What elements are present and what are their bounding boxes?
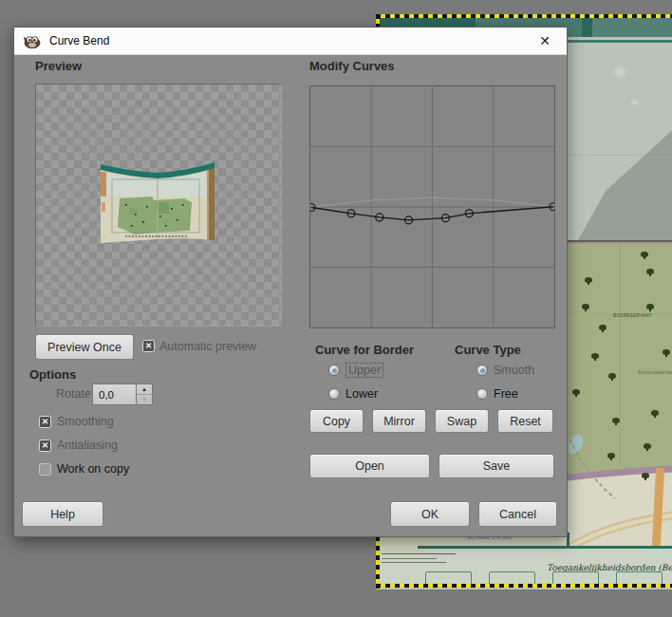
curve-bend-dialog: Curve Bend ✕ Preview — [13, 27, 568, 537]
antialiasing-label: Antialiasing — [57, 439, 118, 452]
dialog-title: Curve Bend — [49, 34, 109, 47]
selection-ants-top — [376, 14, 672, 18]
lower-radio[interactable] — [328, 388, 340, 400]
rotate-spinner: ▲ ▼ — [136, 383, 153, 405]
gimp-canvas-screen: SCHAAL 1:4.500 Toegankelijkheidsborden (… — [0, 0, 672, 617]
mirror-button[interactable]: Mirror — [372, 409, 426, 433]
tree-icon — [644, 443, 651, 449]
map-schoonwater-text: Schoonwaterbe — [638, 370, 672, 375]
automatic-preview-label: Automatic preview — [159, 340, 256, 353]
modify-curves-heading: Modify Curves — [309, 59, 395, 73]
copy-button[interactable]: Copy — [309, 409, 364, 433]
close-icon[interactable]: ✕ — [532, 30, 557, 51]
map-microtext-line — [382, 562, 446, 563]
upper-radio[interactable] — [328, 365, 340, 376]
work-on-copy-label: Work on copy — [57, 462, 129, 476]
map-microtext-line — [382, 558, 437, 559]
free-radio[interactable] — [476, 388, 488, 400]
gimp-wilber-icon — [24, 34, 41, 48]
tree-icon — [642, 473, 649, 478]
check-icon: ✕ — [40, 440, 50, 451]
antialiasing-checkbox[interactable]: ✕ — [39, 439, 51, 452]
rotate-spinbox: ▲ ▼ — [92, 383, 155, 405]
map-top-band-light2 — [592, 17, 672, 37]
map-microtext-line — [382, 553, 456, 554]
map-blob — [611, 64, 628, 81]
tree-icon — [641, 252, 648, 257]
curve-type-heading: Curve Type — [455, 343, 521, 357]
map-shadow-wedge — [577, 121, 672, 242]
reset-button[interactable]: Reset — [497, 409, 553, 433]
free-label[interactable]: Free — [494, 387, 518, 401]
tree-icon — [612, 418, 620, 423]
smoothing-checkbox[interactable]: ✕ — [39, 416, 51, 428]
check-icon: ✕ — [143, 341, 154, 351]
work-on-copy-checkbox[interactable]: ✕ — [39, 463, 51, 476]
preview-area — [35, 84, 282, 327]
tree-icon — [607, 453, 615, 458]
ok-button[interactable]: OK — [390, 501, 470, 527]
curve-svg — [310, 86, 554, 327]
preview-once-button[interactable]: Preview Once — [35, 334, 134, 360]
cancel-button[interactable]: Cancel — [478, 501, 557, 527]
tree-icon — [582, 304, 589, 309]
automatic-preview-checkbox[interactable]: ✕ — [142, 340, 155, 352]
tree-icon — [651, 410, 659, 416]
save-button[interactable]: Save — [439, 454, 554, 478]
tree-icon — [646, 269, 654, 274]
preview-heading: Preview — [35, 59, 82, 73]
spin-up-icon[interactable]: ▲ — [137, 384, 152, 395]
smooth-label[interactable]: Smooth — [494, 364, 534, 377]
dialog-titlebar[interactable]: Curve Bend ✕ — [14, 28, 567, 55]
smooth-radio[interactable] — [476, 365, 488, 376]
curve-for-border-heading: Curve for Border — [315, 343, 414, 357]
smoothing-label: Smoothing — [57, 415, 114, 428]
rotate-input[interactable] — [92, 383, 136, 405]
map-bosreservaat-text: BOSRESERVAAT — [613, 313, 652, 318]
upper-label[interactable]: Upper — [345, 363, 383, 378]
swap-button[interactable]: Swap — [435, 409, 489, 433]
help-button[interactable]: Help — [22, 501, 103, 527]
check-icon: ✕ — [40, 417, 50, 427]
tree-icon — [646, 304, 654, 309]
selection-ants-bottom — [376, 584, 672, 588]
spin-down-icon[interactable]: ▼ — [137, 395, 152, 404]
tree-icon — [591, 353, 599, 359]
preview-thumbnail — [97, 159, 218, 250]
tree-icon — [608, 373, 616, 379]
curve-editor[interactable] — [309, 85, 555, 328]
tree-icon — [572, 389, 580, 395]
rotate-label: Rotate: — [56, 387, 94, 401]
tree-icon — [599, 325, 607, 330]
tree-icon — [585, 277, 592, 283]
open-button[interactable]: Open — [309, 454, 430, 478]
dialog-body: Preview — [14, 55, 567, 536]
options-heading: Options — [29, 367, 76, 382]
lower-label[interactable]: Lower — [345, 387, 378, 401]
map-blob — [630, 98, 639, 106]
tree-icon — [663, 349, 670, 355]
